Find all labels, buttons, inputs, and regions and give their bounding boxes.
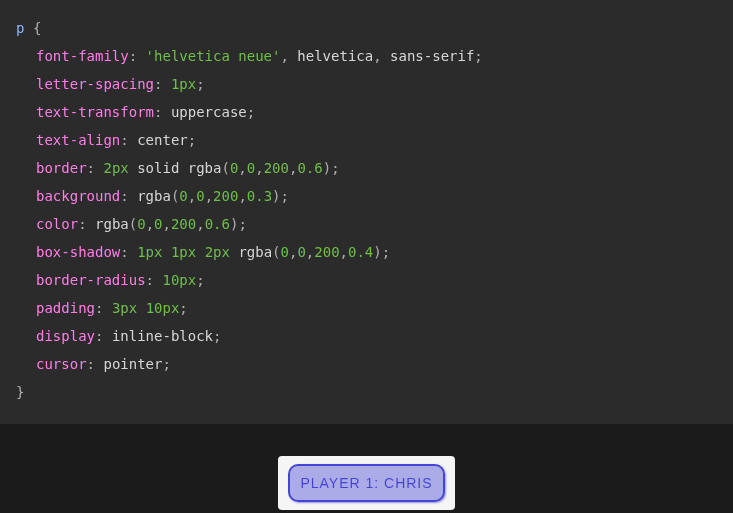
css-token: solid <box>129 160 188 176</box>
colon: : <box>87 356 95 372</box>
css-token: 1px <box>171 244 196 260</box>
code-line: text-align: center; <box>16 126 717 154</box>
code-line: border: 2px solid rgba(0,0,200,0.6); <box>16 154 717 182</box>
css-token: , <box>373 48 381 64</box>
code-line: padding: 3px 10px; <box>16 294 717 322</box>
css-property: font-family <box>36 48 129 64</box>
css-token: ; <box>179 300 187 316</box>
css-property: border <box>36 160 87 176</box>
css-token: uppercase <box>171 104 247 120</box>
code-line-close: } <box>16 378 717 406</box>
css-token: ( <box>272 244 280 260</box>
css-token <box>137 300 145 316</box>
css-token: 0 <box>154 216 162 232</box>
css-property: box-shadow <box>36 244 120 260</box>
preview-area: Player 1: Chris <box>0 424 733 513</box>
css-token: inline-block <box>112 328 213 344</box>
css-token: 0.6 <box>297 160 322 176</box>
css-token: 0.4 <box>348 244 373 260</box>
css-token: 0.6 <box>205 216 230 232</box>
css-token: 'helvetica neue' <box>146 48 281 64</box>
css-token: 10px <box>162 272 196 288</box>
colon: : <box>146 272 154 288</box>
colon: : <box>78 216 86 232</box>
colon: : <box>87 160 95 176</box>
css-token: 200 <box>314 244 339 260</box>
css-token: sans-serif <box>382 48 475 64</box>
css-token: ; <box>213 328 221 344</box>
css-token: 1px <box>171 76 196 92</box>
css-code-block: p { font-family: 'helvetica neue', helve… <box>0 0 733 424</box>
css-token: ; <box>196 76 204 92</box>
css-token: 0 <box>247 160 255 176</box>
css-token: 0 <box>196 188 204 204</box>
colon: : <box>120 244 128 260</box>
css-token: ; <box>474 48 482 64</box>
colon: : <box>154 76 162 92</box>
code-line-selector: p { <box>16 14 717 42</box>
code-line: display: inline-block; <box>16 322 717 350</box>
css-token: 10px <box>146 300 180 316</box>
css-token: 2px <box>205 244 230 260</box>
css-token: , <box>188 188 196 204</box>
css-token: ; <box>331 160 339 176</box>
css-token: , <box>238 160 246 176</box>
code-line: font-family: 'helvetica neue', helvetica… <box>16 42 717 70</box>
css-token: ( <box>221 160 229 176</box>
css-token: ) <box>272 188 280 204</box>
css-token: 0.3 <box>247 188 272 204</box>
css-token: 2px <box>103 160 128 176</box>
code-line: background: rgba(0,0,200,0.3); <box>16 182 717 210</box>
css-token: ; <box>382 244 390 260</box>
css-selector: p <box>16 20 24 36</box>
css-token: 3px <box>112 300 137 316</box>
css-token: 0 <box>281 244 289 260</box>
css-token: rgba <box>188 160 222 176</box>
code-line: cursor: pointer; <box>16 350 717 378</box>
css-property: text-align <box>36 132 120 148</box>
colon: : <box>154 104 162 120</box>
css-token <box>162 244 170 260</box>
css-token: 0 <box>297 244 305 260</box>
css-token: ; <box>196 272 204 288</box>
css-token: , <box>280 48 288 64</box>
css-token: ; <box>238 216 246 232</box>
css-token: pointer <box>103 356 162 372</box>
code-line: color: rgba(0,0,200,0.6); <box>16 210 717 238</box>
css-property: display <box>36 328 95 344</box>
preview-wrap: Player 1: Chris <box>278 456 454 510</box>
css-token: , <box>163 216 171 232</box>
css-token: ( <box>129 216 137 232</box>
code-line: letter-spacing: 1px; <box>16 70 717 98</box>
open-brace: { <box>33 20 41 36</box>
close-brace: } <box>16 384 24 400</box>
css-token: 200 <box>213 188 238 204</box>
code-line: border-radius: 10px; <box>16 266 717 294</box>
code-line: text-transform: uppercase; <box>16 98 717 126</box>
css-property: cursor <box>36 356 87 372</box>
colon: : <box>120 188 128 204</box>
css-token: 1px <box>137 244 162 260</box>
css-token <box>196 244 204 260</box>
css-property: letter-spacing <box>36 76 154 92</box>
player-button[interactable]: Player 1: Chris <box>288 464 444 502</box>
css-token: rgba <box>238 244 272 260</box>
css-token: ; <box>188 132 196 148</box>
css-property: color <box>36 216 78 232</box>
css-property: border-radius <box>36 272 146 288</box>
colon: : <box>129 48 137 64</box>
colon: : <box>120 132 128 148</box>
css-token: 0 <box>137 216 145 232</box>
css-token: , <box>146 216 154 232</box>
css-token: 0 <box>179 188 187 204</box>
css-property: padding <box>36 300 95 316</box>
css-token: , <box>238 188 246 204</box>
code-line: box-shadow: 1px 1px 2px rgba(0,0,200,0.4… <box>16 238 717 266</box>
css-token: center <box>137 132 188 148</box>
css-token: , <box>196 216 204 232</box>
css-token: , <box>255 160 263 176</box>
css-token: ; <box>247 104 255 120</box>
css-token: rgba <box>137 188 171 204</box>
css-token: , <box>340 244 348 260</box>
css-token: ; <box>162 356 170 372</box>
